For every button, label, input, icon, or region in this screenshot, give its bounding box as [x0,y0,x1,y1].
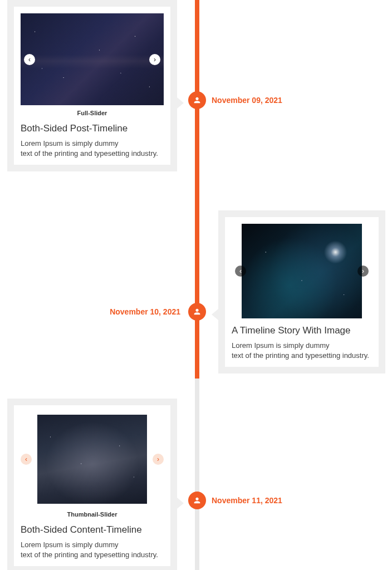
image-slider-full[interactable]: ‹ › [21,13,164,105]
slider-next-button[interactable]: › [149,54,160,65]
slider-prev-button[interactable]: ‹ [235,266,246,277]
body-line: text of the printing and typesetting ind… [21,551,158,559]
slider-image [242,224,362,318]
chevron-left-icon: ‹ [25,455,27,463]
card-body: Lorem Ipsum is simply dummy text of the … [21,139,164,158]
body-line: Lorem Ipsum is simply dummy [232,341,330,350]
slider-prev-button[interactable]: ‹ [24,54,35,65]
body-line: text of the printing and typesetting ind… [21,149,158,158]
slider-image [21,13,164,105]
user-icon [193,496,202,505]
slider-caption: Thumbnail-Slider [21,511,164,518]
chevron-left-icon: ‹ [239,267,242,275]
slider-caption: Full-Slider [21,110,164,116]
timeline-marker[interactable] [188,91,206,109]
chevron-left-icon: ‹ [28,56,31,63]
timeline-card: ‹ › Thumbnail-Slider Both-Sided Content-… [7,399,177,570]
timeline-date: November 10, 2021 [110,307,180,316]
chevron-right-icon: › [154,56,156,63]
slider-prev-button[interactable]: ‹ [21,454,32,465]
timeline-progress [195,0,199,379]
body-line: Lorem Ipsum is simply dummy [21,139,119,148]
body-line: Lorem Ipsum is simply dummy [21,540,119,549]
timeline-card: ‹ › Full-Slider Both-Sided Post-Timeline… [7,0,177,171]
timeline-date: November 09, 2021 [212,96,282,105]
chevron-right-icon: › [157,455,159,463]
slider-next-button[interactable]: › [153,454,164,465]
timeline-date: November 11, 2021 [212,496,282,505]
card-pointer [212,309,218,320]
timeline-marker[interactable] [188,492,206,509]
body-line: text of the printing and typesetting ind… [232,351,369,360]
timeline-marker[interactable] [188,303,206,321]
card-title[interactable]: A Timeline Story With Image [232,325,372,336]
card-pointer [177,97,184,109]
slider-image [37,415,147,504]
slider-next-button[interactable]: › [357,266,369,277]
card-body: Lorem Ipsum is simply dummy text of the … [21,540,164,559]
card-title[interactable]: Both-Sided Content-Timeline [21,524,164,535]
image-slider-thumbnail[interactable]: ‹ › [21,412,164,507]
card-pointer [177,498,184,509]
user-icon [193,307,202,316]
chevron-right-icon: › [362,267,364,275]
user-icon [193,96,202,105]
timeline-card: ‹ › A Timeline Story With Image Lorem Ip… [218,210,385,374]
card-body: Lorem Ipsum is simply dummy text of the … [232,341,372,360]
image-slider[interactable]: ‹ › [232,224,372,318]
card-title[interactable]: Both-Sided Post-Timeline [21,123,164,134]
